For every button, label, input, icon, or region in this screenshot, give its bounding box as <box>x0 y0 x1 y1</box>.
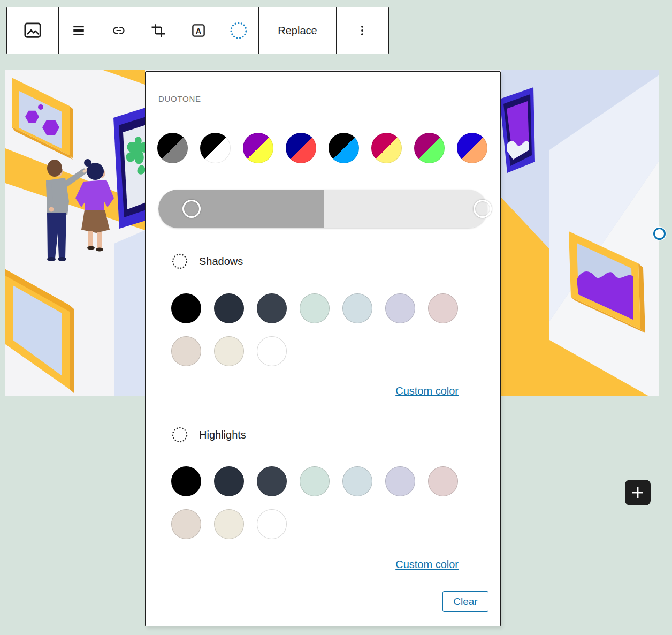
color-swatch[interactable] <box>214 293 244 323</box>
text-overlay-icon: A <box>190 22 207 39</box>
duotone-preset-purple-yellow[interactable] <box>243 133 273 163</box>
color-swatch[interactable] <box>385 466 415 496</box>
duotone-preset-dark-grayscale[interactable] <box>157 133 188 163</box>
color-swatch[interactable] <box>171 336 201 366</box>
duotone-preset-blue-red[interactable] <box>286 133 316 163</box>
color-swatch[interactable] <box>171 293 201 323</box>
options-button[interactable] <box>337 7 387 54</box>
color-swatch[interactable] <box>257 293 287 323</box>
slider-handle-highlight[interactable] <box>474 200 492 218</box>
color-swatch[interactable] <box>385 293 415 323</box>
dotted-circle-icon <box>171 426 189 444</box>
replace-button[interactable]: Replace <box>259 7 337 54</box>
color-swatch[interactable] <box>257 466 287 496</box>
text-overlay-button[interactable]: A <box>179 7 219 54</box>
duotone-preset-blue-orange[interactable] <box>457 133 487 163</box>
shadows-section-header: Shadows <box>171 252 243 270</box>
shadows-swatch-palette <box>171 293 460 366</box>
crop-icon <box>150 22 166 39</box>
duotone-preset-purple-green[interactable] <box>414 133 445 163</box>
color-swatch[interactable] <box>300 293 330 323</box>
block-resize-handle[interactable] <box>653 228 666 240</box>
block-inserter-button[interactable] <box>625 480 651 505</box>
color-swatch[interactable] <box>257 336 287 366</box>
slider-handle-shadow[interactable] <box>182 200 201 218</box>
highlights-label: Highlights <box>199 429 246 441</box>
align-none-icon <box>72 24 86 37</box>
duotone-filter-icon <box>228 20 249 41</box>
color-swatch[interactable] <box>214 336 244 366</box>
highlights-custom-color-link[interactable]: Custom color <box>395 558 459 571</box>
shadows-label: Shadows <box>199 255 243 268</box>
crop-button[interactable] <box>139 7 179 54</box>
link-icon <box>111 23 126 38</box>
options-ellipsis-icon <box>355 24 369 37</box>
clear-button-label: Clear <box>453 596 477 608</box>
color-swatch[interactable] <box>342 466 372 496</box>
popover-title: DUOTONE <box>158 94 201 103</box>
replace-button-label: Replace <box>278 25 317 37</box>
shadows-custom-color-link[interactable]: Custom color <box>395 385 459 397</box>
duotone-gradient-slider[interactable] <box>158 190 487 228</box>
color-swatch[interactable] <box>214 509 244 539</box>
color-swatch[interactable] <box>342 293 372 323</box>
image-block-icon <box>24 22 42 39</box>
duotone-preset-grayscale[interactable] <box>200 133 231 163</box>
color-swatch[interactable] <box>171 509 201 539</box>
color-swatch[interactable] <box>428 466 458 496</box>
highlights-section-header: Highlights <box>171 426 246 444</box>
clear-button[interactable]: Clear <box>442 591 488 612</box>
color-swatch[interactable] <box>428 293 458 323</box>
plus-icon <box>631 486 645 500</box>
dotted-circle-icon <box>171 252 189 270</box>
highlights-swatch-palette <box>171 466 460 539</box>
toolbar-icon-group: A <box>59 7 259 54</box>
duotone-popover: DUOTONE Shadows Custom color Highlights … <box>145 71 501 626</box>
duotone-filter-button[interactable] <box>218 7 258 54</box>
svg-text:A: A <box>196 27 201 35</box>
image-block-button[interactable] <box>7 7 59 54</box>
duotone-presets-row <box>157 133 487 163</box>
color-swatch[interactable] <box>214 466 244 496</box>
link-button[interactable] <box>99 7 139 54</box>
duotone-preset-midnight[interactable] <box>329 133 359 163</box>
block-toolbar: A Replace <box>6 7 389 54</box>
align-button[interactable] <box>59 7 99 54</box>
duotone-preset-magenta-yellow[interactable] <box>371 133 402 163</box>
color-swatch[interactable] <box>257 509 287 539</box>
color-swatch[interactable] <box>171 466 201 496</box>
color-swatch[interactable] <box>300 466 330 496</box>
